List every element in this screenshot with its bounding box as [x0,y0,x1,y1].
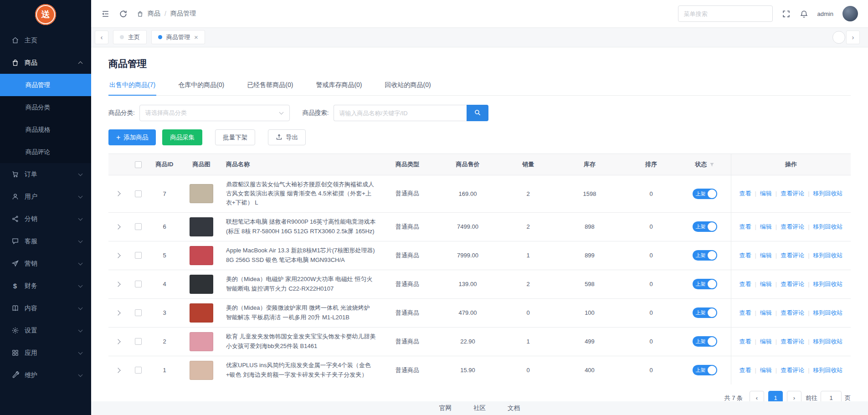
edit-link[interactable]: 编辑 [751,366,771,374]
edit-link[interactable]: 编辑 [751,338,771,346]
move-to-recycle-link[interactable]: 移到回收站 [804,251,842,260]
tab-scroll-right-button[interactable]: › [846,31,860,44]
move-to-recycle-link[interactable]: 移到回收站 [804,223,842,231]
view-comments-link[interactable]: 查看评论 [772,190,804,198]
row-checkbox[interactable] [135,309,142,316]
view-link[interactable]: 查看 [739,366,751,374]
sidebar-item-finance[interactable]: $ 财务 [0,275,91,297]
row-checkbox[interactable] [135,190,142,197]
move-to-recycle-link[interactable]: 移到回收站 [804,366,842,374]
status-toggle[interactable]: 上架 [693,279,717,289]
row-expand-icon[interactable] [115,310,120,315]
tab-options-button[interactable] [832,31,845,44]
tab-on-sale[interactable]: 出售中的商品(7) [108,77,156,96]
row-checkbox[interactable] [135,252,142,259]
view-link[interactable]: 查看 [739,190,751,198]
status-toggle[interactable]: 上架 [693,336,717,347]
tab-home[interactable]: 主页 [113,30,147,44]
view-comments-link[interactable]: 查看评论 [772,338,804,346]
footer-link-docs[interactable]: 文档 [508,404,520,412]
view-link[interactable]: 查看 [739,251,751,260]
product-search-input[interactable] [334,105,467,121]
collect-product-button[interactable]: 商品采集 [162,129,202,145]
sidebar-item-service[interactable]: 客服 [0,230,91,252]
view-comments-link[interactable]: 查看评论 [772,366,804,374]
sidebar-collapse-icon[interactable] [101,10,110,18]
view-comments-link[interactable]: 查看评论 [772,309,804,317]
sidebar-item-users[interactable]: 用户 [0,185,91,208]
pagination-prev-button[interactable]: ‹ [750,391,764,401]
avatar[interactable] [842,6,858,21]
row-expand-icon[interactable] [115,224,120,229]
sidebar-item-home[interactable]: 主页 [0,29,91,51]
row-expand-icon[interactable] [115,339,120,344]
tab-stock-alert[interactable]: 警戒库存商品(0) [315,77,363,95]
sidebar-item-content[interactable]: 内容 [0,297,91,319]
row-checkbox[interactable] [135,367,142,374]
row-expand-icon[interactable] [115,368,120,373]
tab-recycle-bin[interactable]: 回收站的商品(0) [384,77,432,95]
footer-link-official-site[interactable]: 官网 [439,404,452,412]
batch-off-shelf-button[interactable]: 批量下架 [215,129,255,145]
tab-product-management[interactable]: 商品管理 × [151,30,205,44]
pagination-next-button[interactable]: › [787,391,801,401]
sidebar-subitem-product-comments[interactable]: 商品评论 [0,141,91,163]
status-toggle[interactable]: 上架 [693,307,717,318]
sidebar-subitem-product-management[interactable]: 商品管理 [0,74,91,96]
row-expand-icon[interactable] [115,253,120,258]
edit-link[interactable]: 编辑 [751,223,771,231]
edit-link[interactable]: 编辑 [751,190,771,198]
row-checkbox[interactable] [135,223,142,230]
bell-icon[interactable] [800,10,808,18]
sidebar-item-products[interactable]: 商品 [0,51,91,74]
footer-link-community[interactable]: 社区 [473,404,486,412]
tab-in-warehouse[interactable]: 仓库中的商品(0) [177,77,225,95]
edit-link[interactable]: 编辑 [751,309,771,317]
menu-search-input[interactable] [678,5,773,22]
row-checkbox[interactable] [135,281,142,287]
close-tab-icon[interactable]: × [194,34,198,41]
view-link[interactable]: 查看 [739,223,751,231]
select-all-checkbox[interactable] [135,161,142,168]
edit-link[interactable]: 编辑 [751,280,771,288]
add-product-button[interactable]: + 添加商品 [108,129,156,145]
sidebar-subitem-product-category[interactable]: 商品分类 [0,96,91,118]
tab-sold-out[interactable]: 已经售罄商品(0) [246,77,294,95]
status-toggle[interactable]: 上架 [693,189,717,199]
status-toggle[interactable]: 上架 [693,221,717,232]
sidebar-item-orders[interactable]: 订单 [0,163,91,185]
category-select[interactable]: 请选择商品分类 [139,105,290,121]
row-expand-icon[interactable] [115,191,120,196]
sidebar-item-marketing[interactable]: 营销 [0,252,91,275]
view-comments-link[interactable]: 查看评论 [772,251,804,260]
pagination-page-1-button[interactable]: 1 [768,391,783,401]
tab-scroll-left-button[interactable]: ‹ [95,31,108,44]
sidebar-item-settings[interactable]: 设置 [0,319,91,342]
row-checkbox[interactable] [135,338,142,345]
breadcrumb-root[interactable]: 商品 [148,10,160,18]
view-link[interactable]: 查看 [739,280,751,288]
search-button[interactable] [467,105,488,121]
status-filter-icon[interactable] [709,162,714,167]
sidebar-item-maintenance[interactable]: 维护 [0,364,91,386]
username-label[interactable]: admin [817,10,833,17]
status-toggle[interactable]: 上架 [693,365,717,375]
view-link[interactable]: 查看 [739,338,751,346]
goto-page-input[interactable] [821,391,842,401]
row-expand-icon[interactable] [115,282,120,287]
move-to-recycle-link[interactable]: 移到回收站 [804,338,842,346]
fullscreen-icon[interactable] [782,10,791,18]
sidebar-item-apps[interactable]: 应用 [0,342,91,364]
move-to-recycle-link[interactable]: 移到回收站 [804,309,842,317]
refresh-icon[interactable] [119,10,128,18]
status-toggle[interactable]: 上架 [693,250,717,261]
sidebar-item-distribution[interactable]: 分销 [0,208,91,230]
view-comments-link[interactable]: 查看评论 [772,223,804,231]
export-button[interactable]: 导出 [268,129,306,145]
view-link[interactable]: 查看 [739,309,751,317]
move-to-recycle-link[interactable]: 移到回收站 [804,190,842,198]
view-comments-link[interactable]: 查看评论 [772,280,804,288]
sidebar-subitem-product-spec[interactable]: 商品规格 [0,118,91,141]
move-to-recycle-link[interactable]: 移到回收站 [804,280,842,288]
edit-link[interactable]: 编辑 [751,251,771,260]
